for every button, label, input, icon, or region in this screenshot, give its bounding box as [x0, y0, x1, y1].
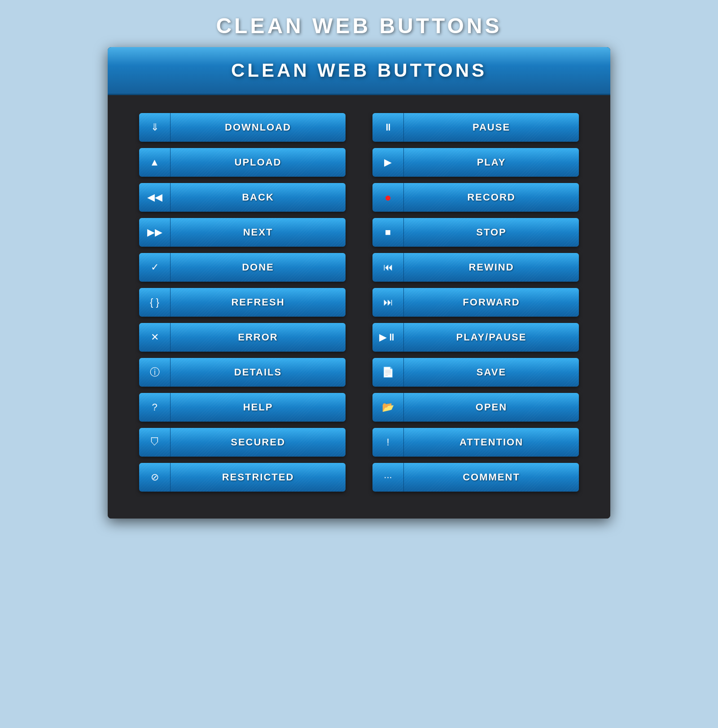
secured-label: Secured [231, 436, 285, 448]
pause-icon: ⏸ [383, 122, 393, 132]
panel-body: ⇓Download▲Upload◀◀Back▶▶Next✓Done{ }Refr… [108, 95, 610, 519]
comment-label-box: Comment [404, 463, 579, 492]
secured-label-box: Secured [171, 428, 346, 457]
forward-icon: ⏭ [383, 297, 393, 307]
details-icon: ⓘ [150, 367, 160, 377]
comment-label: Comment [463, 471, 520, 483]
stop-label-box: Stop [404, 218, 579, 247]
comment-icon-box: ··· [372, 463, 404, 492]
refresh-label: Refresh [231, 296, 285, 308]
help-icon-box: ? [139, 393, 171, 422]
forward-label: Forward [463, 296, 520, 308]
play-pause-icon-box: ▶⏸ [372, 323, 404, 352]
record-label: Record [467, 192, 515, 203]
help-icon: ? [152, 402, 157, 412]
details-label: Details [234, 366, 282, 378]
rewind-label-box: Rewind [404, 253, 579, 282]
button-restricted[interactable]: ⊘Restricted [139, 463, 346, 492]
play-icon-box: ▶ [372, 148, 404, 177]
done-icon: ✓ [151, 262, 159, 272]
attention-icon: ! [386, 437, 389, 447]
button-back[interactable]: ◀◀Back [139, 183, 346, 212]
save-icon-box: 📄 [372, 358, 404, 387]
button-record[interactable]: ●Record [372, 183, 579, 212]
restricted-label: Restricted [222, 471, 294, 483]
pause-label-box: Pause [404, 113, 579, 142]
upload-label-box: Upload [171, 148, 346, 177]
button-upload[interactable]: ▲Upload [139, 148, 346, 177]
button-done[interactable]: ✓Done [139, 253, 346, 282]
stop-label: Stop [476, 227, 507, 238]
pause-label: Pause [473, 122, 510, 133]
help-label: Help [243, 401, 273, 413]
refresh-label-box: Refresh [171, 288, 346, 317]
button-help[interactable]: ?Help [139, 393, 346, 422]
play-label-box: Play [404, 148, 579, 177]
button-stop[interactable]: ■Stop [372, 218, 579, 247]
open-label: Open [476, 401, 507, 413]
download-icon: ⇓ [151, 122, 159, 132]
button-error[interactable]: ✕Error [139, 323, 346, 352]
restricted-icon-box: ⊘ [139, 463, 171, 492]
download-label-box: Download [171, 113, 346, 142]
done-label-box: Done [171, 253, 346, 282]
button-details[interactable]: ⓘDetails [139, 358, 346, 387]
button-secured[interactable]: ⛉Secured [139, 428, 346, 457]
button-rewind[interactable]: ⏮Rewind [372, 253, 579, 282]
record-label-box: Record [404, 183, 579, 212]
error-icon-box: ✕ [139, 323, 171, 352]
help-label-box: Help [171, 393, 346, 422]
secured-icon-box: ⛉ [139, 428, 171, 457]
record-icon-box: ● [372, 183, 404, 212]
right-button-column: ⏸Pause▶Play●Record■Stop⏮Rewind⏭Forward▶⏸… [372, 113, 579, 492]
details-icon-box: ⓘ [139, 358, 171, 387]
button-refresh[interactable]: { }Refresh [139, 288, 346, 317]
restricted-label-box: Restricted [171, 463, 346, 492]
back-label-box: Back [171, 183, 346, 212]
pause-icon-box: ⏸ [372, 113, 404, 142]
rewind-icon: ⏮ [383, 262, 393, 272]
main-panel: CLEAN WEB BUTTONS ⇓Download▲Upload◀◀Back… [108, 47, 610, 519]
error-icon: ✕ [151, 332, 159, 342]
save-label: Save [477, 366, 506, 378]
open-icon-box: 📂 [372, 393, 404, 422]
secured-icon: ⛉ [150, 437, 160, 447]
play-pause-label: Play/Pause [456, 331, 527, 343]
button-forward[interactable]: ⏭Forward [372, 288, 579, 317]
play-icon: ▶ [384, 157, 392, 167]
next-icon: ▶▶ [147, 227, 162, 237]
button-next[interactable]: ▶▶Next [139, 218, 346, 247]
next-label: Next [243, 227, 273, 238]
button-play-pause[interactable]: ▶⏸Play/Pause [372, 323, 579, 352]
attention-icon-box: ! [372, 428, 404, 457]
rewind-label: Rewind [468, 262, 514, 273]
stop-icon: ■ [385, 227, 391, 237]
button-save[interactable]: 📄Save [372, 358, 579, 387]
button-open[interactable]: 📂Open [372, 393, 579, 422]
attention-label-box: Attention [404, 428, 579, 457]
refresh-icon-box: { } [139, 288, 171, 317]
record-icon: ● [385, 192, 392, 203]
button-play[interactable]: ▶Play [372, 148, 579, 177]
comment-icon: ··· [384, 472, 392, 482]
play-pause-label-box: Play/Pause [404, 323, 579, 352]
next-label-box: Next [171, 218, 346, 247]
rewind-icon-box: ⏮ [372, 253, 404, 282]
button-comment[interactable]: ···Comment [372, 463, 579, 492]
upload-icon: ▲ [150, 157, 160, 167]
attention-label: Attention [460, 436, 523, 448]
error-label: Error [238, 331, 278, 343]
button-pause[interactable]: ⏸Pause [372, 113, 579, 142]
restricted-icon: ⊘ [151, 472, 159, 482]
play-label: Play [477, 157, 506, 168]
upload-icon-box: ▲ [139, 148, 171, 177]
button-download[interactable]: ⇓Download [139, 113, 346, 142]
refresh-icon: { } [150, 297, 159, 307]
page-title-top: CLEAN WEB BUTTONS [216, 0, 502, 47]
button-attention[interactable]: !Attention [372, 428, 579, 457]
details-label-box: Details [171, 358, 346, 387]
panel-title: CLEAN WEB BUTTONS [108, 60, 610, 81]
save-label-box: Save [404, 358, 579, 387]
open-icon: 📂 [382, 402, 394, 412]
next-icon-box: ▶▶ [139, 218, 171, 247]
